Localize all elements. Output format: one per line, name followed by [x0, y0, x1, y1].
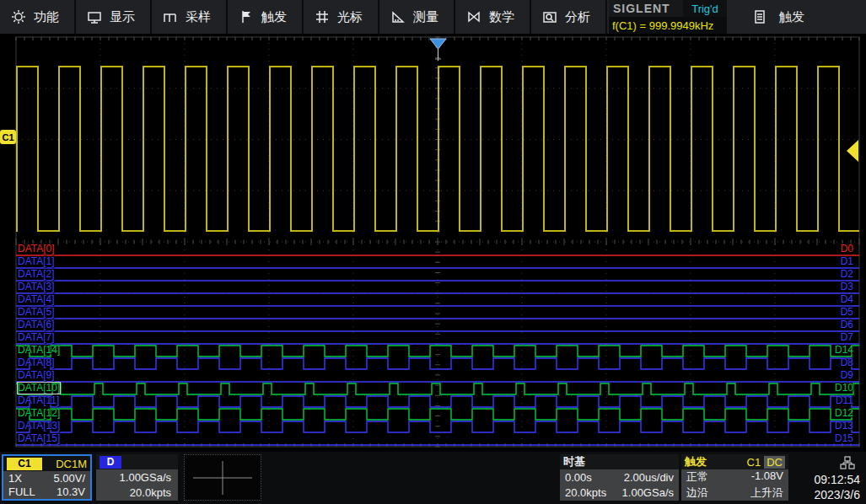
timebase-sample-rate: 1.00GSa/s — [622, 486, 674, 499]
digital-channel-label-right[interactable]: D6 — [811, 319, 853, 330]
analyze-icon — [542, 9, 557, 24]
menu-label: 触发 — [779, 9, 804, 25]
c1-waveform — [16, 67, 859, 231]
digital-channel-label-right[interactable]: D0 — [811, 244, 853, 255]
digital-channel-label-right[interactable]: D13 — [811, 421, 853, 432]
math-icon — [466, 9, 481, 24]
digital-channel-label-right[interactable]: D15 — [811, 433, 853, 444]
digital-channel-label-left[interactable]: DATA[9] — [18, 370, 55, 381]
date-display: 2023/3/6 — [815, 488, 861, 501]
digital-channel-label-left[interactable]: DATA[13] — [18, 421, 60, 432]
timebase-box[interactable]: 时基 0.00s2.00us/div 20.0kpts1.00GSa/s — [560, 454, 679, 501]
trigger-source: C1 — [747, 456, 761, 469]
digital-channel-label-right[interactable]: D12 — [811, 408, 853, 419]
digital-channel-label-right[interactable]: D5 — [811, 307, 853, 318]
c1-coupling: DC1M — [56, 458, 87, 470]
channel-c1-box[interactable]: C1 DC1M 1X5.00V/ FULL10.3V — [2, 454, 92, 501]
menu-item-5[interactable]: 光标 — [304, 0, 379, 34]
trigger-position-marker[interactable] — [430, 39, 446, 49]
trigger-type: 边沿 — [686, 485, 708, 501]
trigger-status-badge: Trig'd — [683, 0, 727, 17]
digital-channel-label-right[interactable]: D11 — [811, 395, 853, 406]
menu-item-trigger-right[interactable]: 触发 — [739, 0, 853, 34]
digital-channel-label-right[interactable]: D4 — [811, 294, 853, 305]
cursor-icon — [315, 9, 330, 24]
menu-item-6[interactable]: 测量 — [379, 0, 455, 34]
d-chip: D — [100, 456, 121, 469]
digital-channel-label-left[interactable]: DATA[5] — [18, 307, 55, 318]
siglent-logo: SIGLENT — [609, 0, 683, 17]
d-sample-rate: 1.00GSa/s — [120, 471, 171, 484]
list-icon — [752, 9, 767, 24]
menu-item-3[interactable]: 采样 — [152, 0, 228, 34]
c1-bandwidth: FULL — [8, 485, 35, 498]
empty-channel-slot[interactable] — [184, 454, 261, 501]
digital-channel-label-left[interactable]: DATA[10] — [18, 383, 60, 394]
digital-channel-label-right[interactable]: D8 — [811, 357, 853, 368]
digital-channel-label-right[interactable]: D14 — [811, 345, 853, 356]
menu-label: 数学 — [489, 9, 514, 25]
c1-probe: 1X — [8, 472, 22, 485]
measure-icon — [390, 9, 406, 24]
c1-channel-marker[interactable]: C1 — [0, 130, 16, 144]
digital-channel-label-right[interactable]: D7 — [811, 332, 853, 343]
digital-channel-label-left[interactable]: DATA[4] — [18, 294, 55, 305]
digital-channel-label-left[interactable]: DATA[3] — [18, 281, 55, 292]
timebase-title: 时基 — [563, 454, 585, 469]
timebase-mem-depth: 20.0kpts — [565, 486, 606, 499]
digital-channel-label-right[interactable]: D9 — [811, 370, 853, 381]
trigger-coupling: DC — [764, 456, 785, 469]
menu-label: 功能 — [34, 9, 59, 25]
menu-label: 光标 — [337, 9, 363, 25]
digital-trace-D12 — [16, 409, 859, 420]
menu-item-8[interactable]: 分析 — [531, 0, 607, 34]
logo-status-block: SIGLENT Trig'd f(C1) = 999.9949kHz — [609, 0, 727, 34]
waveform-display[interactable]: C1 DATA[0]D0DATA[1]D1DATA[2]D2DATA[3]D3D… — [0, 35, 866, 452]
menu-label: 测量 — [413, 9, 438, 25]
menu-item-7[interactable]: 数学 — [455, 0, 531, 34]
menu-item-1[interactable]: 功能 — [0, 0, 76, 34]
digital-channel-label-left[interactable]: DATA[6] — [18, 319, 55, 330]
digital-channel-label-left[interactable]: DATA[7] — [18, 332, 55, 343]
digital-channel-label-left[interactable]: DATA[12] — [18, 408, 60, 419]
trigger-level: -1.08V — [751, 469, 783, 485]
menu-label: 显示 — [110, 9, 135, 25]
flag-icon — [239, 9, 254, 24]
digital-channel-label-left[interactable]: DATA[8] — [18, 357, 55, 368]
digital-channel-label-left[interactable]: DATA[0] — [18, 244, 55, 255]
acquire-icon — [163, 9, 178, 24]
menu-label: 触发 — [261, 9, 287, 25]
digital-channel-label-right[interactable]: D1 — [811, 256, 853, 267]
d-mem-depth: 20.0kpts — [130, 486, 171, 499]
digital-channel-label-left[interactable]: DATA[11] — [18, 395, 59, 406]
cross-icon — [189, 458, 256, 497]
digital-channel-label-right[interactable]: D2 — [811, 269, 853, 280]
timebase-scale: 2.00us/div — [624, 471, 674, 484]
digital-channel-label-left[interactable]: DATA[15] — [18, 433, 60, 444]
timebase-delay: 0.00s — [565, 471, 592, 484]
clock-area: 09:12:54 2023/3/6 — [793, 454, 860, 501]
digital-channel-label-left[interactable]: DATA[14] — [18, 345, 60, 356]
lan-icon — [840, 456, 855, 475]
trigger-box[interactable]: 触发 C1 DC 正常-1.08V 边沿上升沿 — [681, 454, 788, 501]
digital-channel-label-left[interactable]: DATA[1] — [18, 256, 55, 267]
trigger-title: 触发 — [685, 454, 707, 469]
time-display: 09:12:54 — [815, 473, 861, 486]
trigger-mode: 正常 — [686, 469, 708, 485]
menu-label: 采样 — [186, 9, 211, 25]
menu-item-4[interactable]: 触发 — [228, 0, 304, 34]
waveform-svg — [0, 35, 866, 452]
oscilloscope-screen: 功能显示采样触发光标测量数学分析 SIGLENT Trig'd f(C1) = … — [0, 0, 866, 504]
top-menu-bar: 功能显示采样触发光标测量数学分析 — [0, 0, 866, 35]
trigger-level-marker[interactable] — [847, 140, 858, 162]
c1-chip: C1 — [7, 458, 42, 470]
menu-item-2[interactable]: 显示 — [76, 0, 152, 34]
digital-channel-label-right[interactable]: D3 — [811, 281, 853, 292]
menu-label: 分析 — [565, 9, 590, 25]
digital-channel-label-right[interactable]: D10 — [811, 383, 853, 394]
gear-icon — [11, 9, 26, 24]
digital-box[interactable]: D 1.00GSa/s 20.0kpts — [96, 454, 178, 501]
trigger-slope: 上升沿 — [750, 485, 783, 501]
digital-channel-label-left[interactable]: DATA[2] — [18, 269, 55, 280]
frequency-readout: f(C1) = 999.9949kHz — [609, 17, 727, 34]
